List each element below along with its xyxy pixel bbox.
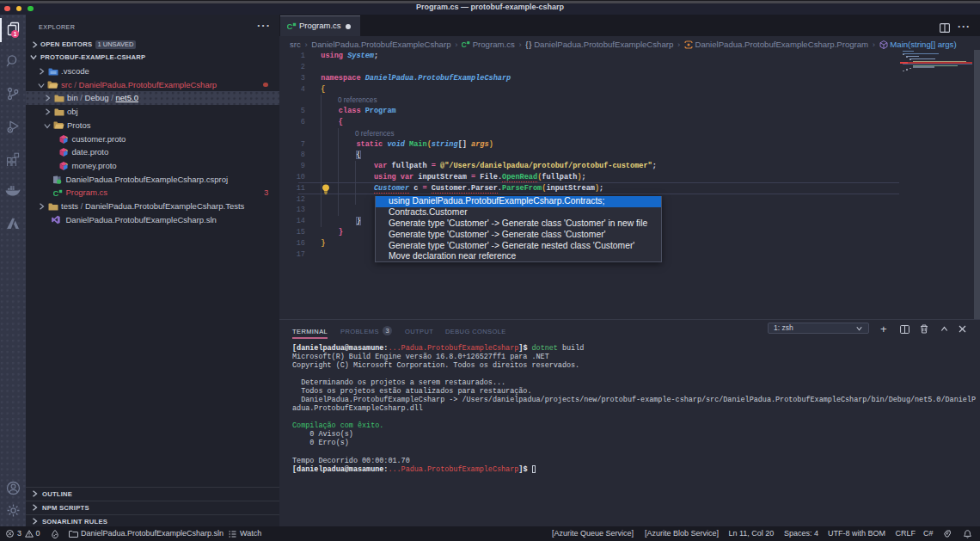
svg-text:C: C	[287, 22, 293, 30]
svg-text:C: C	[462, 40, 467, 48]
svg-text:C: C	[53, 189, 59, 197]
